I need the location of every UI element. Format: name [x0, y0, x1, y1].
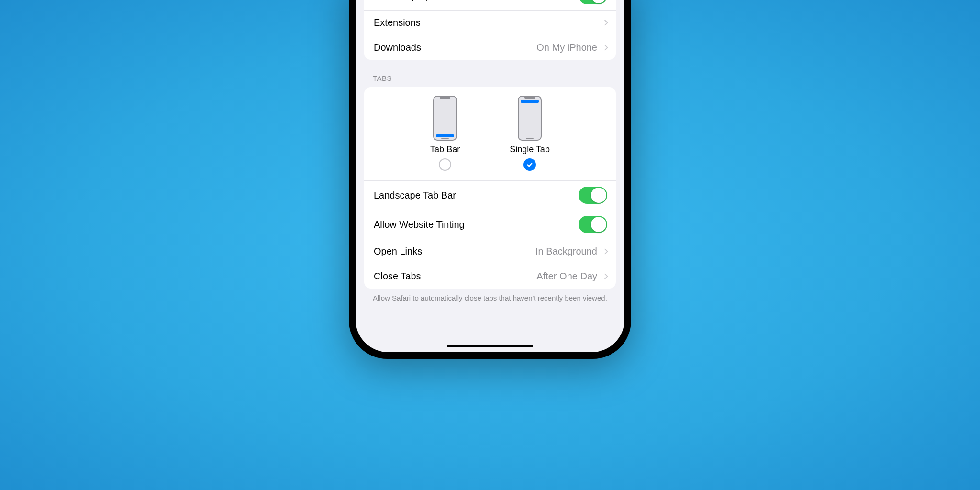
open-links-label: Open Links: [374, 246, 535, 257]
home-indicator: [447, 345, 533, 347]
close-tabs-footer: Allow Safari to automatically close tabs…: [356, 289, 624, 303]
row-extensions[interactable]: Extensions: [364, 10, 616, 35]
row-close-tabs[interactable]: Close Tabs After One Day: [364, 264, 616, 289]
chevron-right-icon: [602, 248, 608, 255]
settings-group-tabs: Tab Bar Single Tab: [364, 87, 616, 289]
landscape-tab-bar-toggle[interactable]: [579, 187, 607, 204]
chevron-right-icon: [602, 45, 608, 51]
allow-tinting-label: Allow Website Tinting: [374, 219, 579, 230]
tabs-section-header: TABS: [356, 60, 624, 87]
landscape-tab-bar-label: Landscape Tab Bar: [374, 190, 579, 201]
option-single-tab[interactable]: Single Tab: [510, 96, 550, 171]
tab-layout-picker: Tab Bar Single Tab: [364, 87, 616, 180]
row-allow-tinting[interactable]: Allow Website Tinting: [364, 210, 616, 239]
block-popups-label: Block Pop-ups: [374, 0, 579, 1]
settings-group-general: Block Pop-ups Extensions Downloads On My…: [364, 0, 616, 60]
row-landscape-tab-bar[interactable]: Landscape Tab Bar: [364, 180, 616, 210]
radio-checked-icon[interactable]: [523, 158, 536, 171]
chevron-right-icon: [602, 273, 608, 279]
row-downloads[interactable]: Downloads On My iPhone: [364, 35, 616, 60]
single-tab-preview-icon: [518, 96, 542, 141]
downloads-label: Downloads: [374, 42, 536, 53]
block-popups-toggle[interactable]: [579, 0, 607, 4]
radio-unchecked-icon[interactable]: [439, 158, 451, 171]
extensions-label: Extensions: [374, 17, 601, 28]
close-tabs-label: Close Tabs: [374, 271, 536, 282]
allow-tinting-toggle[interactable]: [579, 216, 607, 233]
single-tab-label: Single Tab: [510, 145, 550, 155]
row-block-popups[interactable]: Block Pop-ups: [364, 0, 616, 10]
open-links-value: In Background: [535, 246, 597, 257]
option-tab-bar[interactable]: Tab Bar: [430, 96, 460, 171]
phone-frame: Block Pop-ups Extensions Downloads On My…: [349, 0, 631, 359]
downloads-value: On My iPhone: [536, 42, 597, 53]
row-open-links[interactable]: Open Links In Background: [364, 239, 616, 264]
tab-bar-preview-icon: [433, 96, 457, 141]
tab-bar-label: Tab Bar: [430, 145, 460, 155]
phone-screen: Block Pop-ups Extensions Downloads On My…: [356, 0, 624, 352]
close-tabs-value: After One Day: [536, 271, 597, 282]
chevron-right-icon: [602, 20, 608, 26]
